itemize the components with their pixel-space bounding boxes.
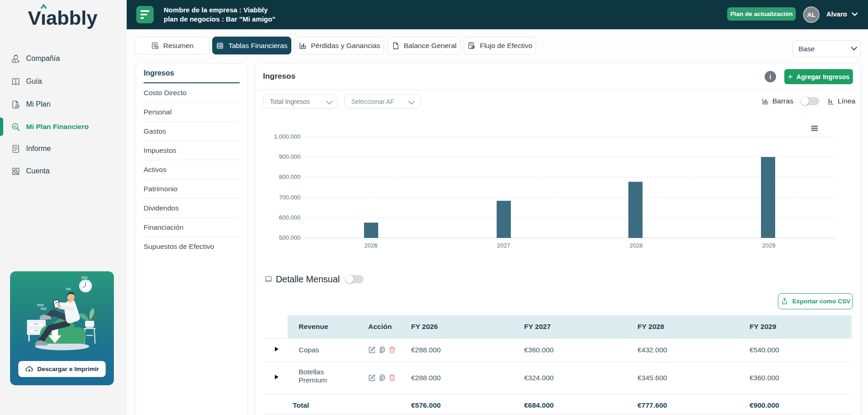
svg-text:2026: 2026 [364, 242, 378, 249]
svg-text:600.000: 600.000 [279, 214, 300, 221]
svg-text:1.000.000: 1.000.000 [274, 133, 300, 140]
svg-text:900.000: 900.000 [279, 153, 300, 160]
svg-text:700.000: 700.000 [279, 194, 300, 201]
svg-text:800.000: 800.000 [279, 173, 300, 180]
svg-text:2028: 2028 [630, 242, 643, 249]
svg-text:2029: 2029 [762, 242, 776, 249]
svg-text:500.000: 500.000 [279, 234, 300, 241]
svg-text:2027: 2027 [497, 242, 510, 249]
